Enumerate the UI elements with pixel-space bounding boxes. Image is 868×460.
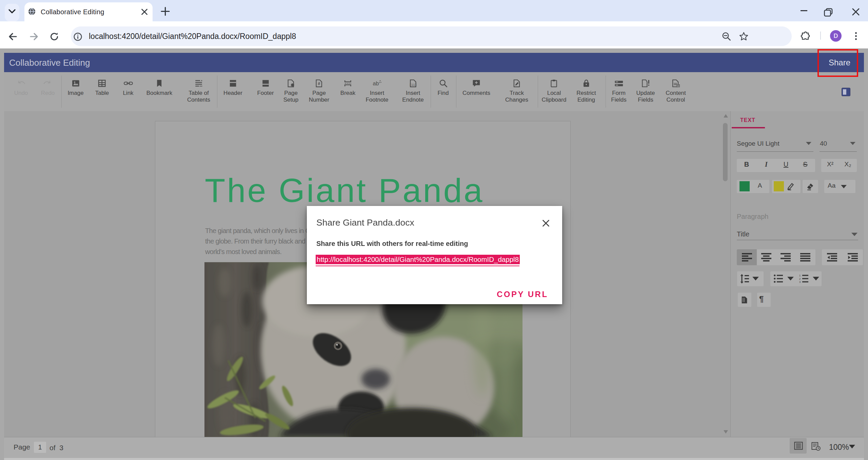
svg-text:2: 2 [799,277,801,280]
svg-text:[ii]: [ii] [409,83,417,87]
svg-text:1: 1 [799,274,801,277]
svg-text:#: # [318,81,320,86]
svg-text:3: 3 [799,280,801,283]
svg-text:ab: ab [373,80,379,86]
